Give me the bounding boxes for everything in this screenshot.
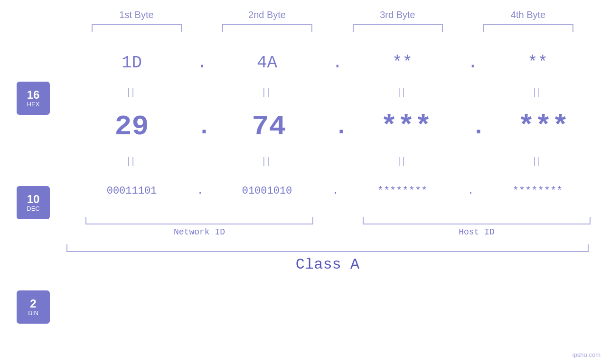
dec-byte4: ***: [478, 111, 609, 143]
bin-byte4: ********: [472, 185, 603, 197]
bin-dot2: .: [332, 185, 337, 197]
dec-dot2: .: [334, 113, 341, 140]
bin-byte2: 01001010: [202, 185, 332, 197]
host-id-label: Host ID: [459, 227, 495, 237]
hex-byte3: **: [337, 53, 468, 73]
host-bracket: [363, 217, 591, 224]
host-id-section: Host ID: [344, 217, 610, 237]
bracket-cell-2: [202, 24, 332, 32]
byte-headers-row: 1st Byte 2nd Byte 3rd Byte 4th Byte: [71, 9, 610, 20]
eq2-b4: ||: [472, 156, 603, 167]
bracket-cell-3: [332, 24, 463, 32]
dec-row: 29 . 74 . *** . ***: [66, 101, 610, 153]
bracket-1: [92, 24, 182, 32]
watermark: ipshu.com: [572, 351, 601, 358]
bin-dot1: .: [197, 185, 202, 197]
bracket-cell-1: [71, 24, 202, 32]
dec-dot3: .: [471, 113, 478, 140]
hex-badge: 16 HEX: [17, 82, 50, 115]
bottom-bracket-area: Network ID Host ID: [66, 217, 610, 237]
hex-row: 1D . 4A . ** . **: [66, 41, 610, 84]
eq2-b2: ||: [202, 156, 332, 167]
bin-dot3: .: [468, 185, 472, 197]
equals-row-2: || || || ||: [66, 153, 610, 169]
hex-byte4: **: [472, 53, 603, 73]
bin-badge: 2 BIN: [17, 290, 50, 324]
equals-row-1: || || || ||: [66, 84, 610, 101]
hex-dot3: .: [468, 53, 472, 73]
hex-byte2: 4A: [202, 53, 332, 73]
labels-column: 16 HEX 10 DEC 2 BIN: [0, 41, 66, 364]
top-brackets-row: [71, 24, 610, 32]
hex-dot2: .: [332, 53, 337, 73]
network-id-section: Network ID: [66, 217, 332, 237]
class-label: Class A: [66, 256, 589, 273]
byte3-header: 3rd Byte: [332, 9, 463, 20]
dec-dot1: .: [197, 113, 204, 140]
eq1-b1: ||: [66, 87, 197, 98]
class-bracket: [66, 244, 589, 252]
eq2-b3: ||: [337, 156, 468, 167]
dec-byte3: ***: [341, 111, 471, 143]
network-bracket: [85, 217, 313, 224]
bin-byte3: ********: [337, 185, 468, 197]
bin-byte1: 00011101: [66, 185, 197, 197]
byte2-header: 2nd Byte: [202, 9, 332, 20]
hex-dot1: .: [197, 53, 202, 73]
main-container: 1st Byte 2nd Byte 3rd Byte 4th Byte 16 H…: [0, 0, 610, 364]
byte4-header: 4th Byte: [463, 9, 593, 20]
class-section: Class A: [66, 244, 610, 273]
bracket-4: [483, 24, 573, 32]
dec-badge: 10 DEC: [17, 186, 50, 219]
data-columns: 1D . 4A . ** . ** || || || || 29: [66, 41, 610, 364]
bracket-cell-4: [463, 24, 593, 32]
hex-byte1: 1D: [66, 53, 197, 73]
bracket-3: [353, 24, 443, 32]
network-id-label: Network ID: [174, 227, 225, 237]
bin-row: 00011101 . 01001010 . ******** . *******…: [66, 169, 610, 212]
dec-byte2: 74: [204, 111, 334, 143]
byte1-header: 1st Byte: [71, 9, 202, 20]
dec-byte1: 29: [66, 111, 197, 143]
eq1-b3: ||: [337, 87, 468, 98]
eq1-b4: ||: [472, 87, 603, 98]
eq1-b2: ||: [202, 87, 332, 98]
bracket-2: [222, 24, 312, 32]
eq2-b1: ||: [66, 156, 197, 167]
spacer: [332, 217, 344, 237]
